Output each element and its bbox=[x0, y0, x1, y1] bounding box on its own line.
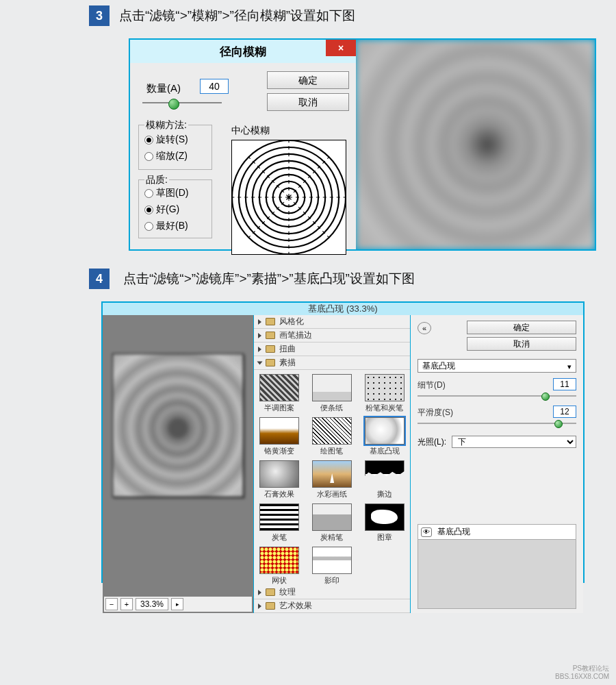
smooth-row: 平滑度(S) 12 bbox=[418, 407, 576, 433]
radial-blur-result bbox=[356, 40, 595, 249]
radio-best[interactable]: 最好(B) bbox=[144, 220, 188, 232]
folder-stylize[interactable]: 风格化 bbox=[254, 315, 410, 329]
ok-button[interactable]: 确定 bbox=[467, 321, 576, 334]
folder-texture[interactable]: 纹理 bbox=[254, 586, 410, 599]
amount-slider[interactable] bbox=[142, 99, 222, 108]
thumb-conte[interactable]: 炭精笔 bbox=[309, 503, 355, 543]
thumb-plaster[interactable]: 石膏效果 bbox=[257, 460, 303, 499]
zoom-in-button[interactable]: + bbox=[120, 598, 133, 610]
thumb-photocopy[interactable]: 影印 bbox=[309, 547, 355, 586]
amount-label: 数量(A) bbox=[146, 82, 181, 95]
amount-input[interactable]: 40 bbox=[200, 79, 229, 94]
cancel-button[interactable]: 取消 bbox=[267, 93, 349, 111]
quality-group-label: 品质: bbox=[144, 174, 169, 186]
thumb-torn[interactable]: 撕边 bbox=[361, 460, 407, 499]
radio-draft[interactable]: 草图(D) bbox=[144, 187, 188, 199]
zoom-readout[interactable]: 33.3% bbox=[136, 598, 168, 610]
center-blur-label: 中心模糊 bbox=[231, 125, 348, 137]
ok-button[interactable]: 确定 bbox=[267, 71, 349, 89]
watermark: PS教程论坛 BBS.16XX8.COM bbox=[555, 664, 609, 681]
light-row: 光照(L): 下 bbox=[418, 434, 576, 449]
step4-screenshot: 基底凸现 (33.3%) − + 33.3% ▸ 风格化 画笔描边 扭曲 素描 … bbox=[101, 301, 585, 583]
thumb-reticulation[interactable]: 网状 bbox=[257, 547, 303, 586]
cancel-button[interactable]: 取消 bbox=[467, 337, 576, 351]
step3-screenshot: 径向模糊 × 数量(A) 40 确定 取消 模糊方法: 旋转(S) 缩放(Z) … bbox=[129, 38, 596, 251]
step-4-badge: 4 bbox=[89, 269, 110, 289]
detail-label: 细节(D) bbox=[418, 379, 446, 391]
status-bar: − + 33.3% ▸ bbox=[104, 597, 252, 612]
step-3-header: 3 点击“滤镜“>”模糊”>”径向模糊”设置如下图 bbox=[89, 5, 616, 26]
visibility-icon[interactable]: 👁 bbox=[421, 527, 432, 537]
folder-distort[interactable]: 扭曲 bbox=[254, 342, 410, 356]
smooth-label: 平滑度(S) bbox=[418, 407, 453, 419]
step-3-text: 点击“滤镜“>”模糊”>”径向模糊”设置如下图 bbox=[119, 5, 355, 26]
thumb-waterpaper[interactable]: 水彩画纸 bbox=[309, 460, 355, 499]
thumb-halftone[interactable]: 半调图案 bbox=[257, 374, 303, 413]
collapse-icon[interactable]: « bbox=[418, 322, 431, 334]
step-4-header: 4 点击“滤镜“>”滤镜库”>”素描”>”基底凸现”设置如下图 bbox=[89, 269, 616, 289]
detail-row: 细节(D) 11 bbox=[418, 379, 576, 406]
effect-layers: 👁 基底凸现 bbox=[418, 524, 576, 609]
light-select[interactable]: 下 bbox=[452, 436, 576, 448]
filter-gallery-titlebar: 基底凸现 (33.3%) bbox=[103, 303, 583, 315]
detail-slider[interactable] bbox=[418, 392, 576, 400]
radio-zoom[interactable]: 缩放(Z) bbox=[144, 150, 188, 162]
thumb-notepaper[interactable]: 便条纸 bbox=[309, 374, 355, 413]
thumb-chalk[interactable]: 粉笔和炭笔 bbox=[361, 374, 407, 413]
zoom-out-button[interactable]: − bbox=[105, 598, 118, 610]
step-4-text: 点击“滤镜“>”滤镜库”>”素描”>”基底凸现”设置如下图 bbox=[119, 269, 415, 289]
layer-name: 基底凸现 bbox=[437, 526, 470, 538]
quality-group: 品质: 草图(D) 好(G) 最好(B) bbox=[138, 179, 212, 238]
thumb-stamp[interactable]: 图章 bbox=[361, 503, 407, 543]
radio-spin[interactable]: 旋转(S) bbox=[144, 134, 188, 146]
settings-pane: « 确定 取消 基底凸现 细节(D) 11 平滑度(S) 12 光照(L): 下… bbox=[411, 315, 583, 613]
filter-select[interactable]: 基底凸现 bbox=[418, 359, 576, 373]
zoom-menu-icon[interactable]: ▸ bbox=[171, 598, 183, 610]
thumb-charcoal[interactable]: 炭笔 bbox=[257, 503, 303, 543]
smooth-input[interactable]: 12 bbox=[553, 406, 576, 418]
light-label: 光照(L): bbox=[418, 436, 446, 448]
detail-input[interactable]: 11 bbox=[553, 378, 576, 390]
thumb-basrelief[interactable]: 基底凸现 bbox=[361, 417, 407, 456]
close-button[interactable]: × bbox=[326, 40, 356, 56]
thumb-graphicpen[interactable]: 绘图笔 bbox=[309, 417, 355, 456]
dialog-titlebar: 径向模糊 × bbox=[130, 40, 356, 63]
method-group: 模糊方法: 旋转(S) 缩放(Z) bbox=[138, 125, 212, 170]
folder-sketch[interactable]: 素描 bbox=[254, 356, 410, 370]
radial-blur-dialog: 径向模糊 × 数量(A) 40 确定 取消 模糊方法: 旋转(S) 缩放(Z) … bbox=[130, 40, 356, 249]
dialog-title: 径向模糊 bbox=[220, 44, 266, 60]
thumb-chrome[interactable]: 铬黄渐变 bbox=[257, 417, 303, 456]
radio-good[interactable]: 好(G) bbox=[144, 203, 179, 216]
folder-brush[interactable]: 画笔描边 bbox=[254, 329, 410, 342]
preview-pane: − + 33.3% ▸ bbox=[103, 315, 253, 613]
layer-row[interactable]: 👁 基底凸现 bbox=[418, 525, 576, 540]
center-blur-preview: 中心模糊 bbox=[231, 125, 348, 255]
filter-tree-pane: 风格化 画笔描边 扭曲 素描 半调图案 便条纸 粉笔和炭笔 铬黄渐变 绘图笔 基… bbox=[253, 315, 411, 613]
sketch-gallery: 半调图案 便条纸 粉笔和炭笔 铬黄渐变 绘图笔 基底凸现 石膏效果 水彩画纸 撕… bbox=[254, 370, 410, 586]
method-group-label: 模糊方法: bbox=[144, 119, 188, 132]
smooth-slider[interactable] bbox=[418, 419, 576, 427]
center-blur-canvas[interactable] bbox=[231, 140, 346, 255]
step-3-badge: 3 bbox=[89, 5, 110, 26]
folder-artistic[interactable]: 艺术效果 bbox=[254, 599, 410, 613]
preview-canvas[interactable] bbox=[112, 353, 244, 497]
